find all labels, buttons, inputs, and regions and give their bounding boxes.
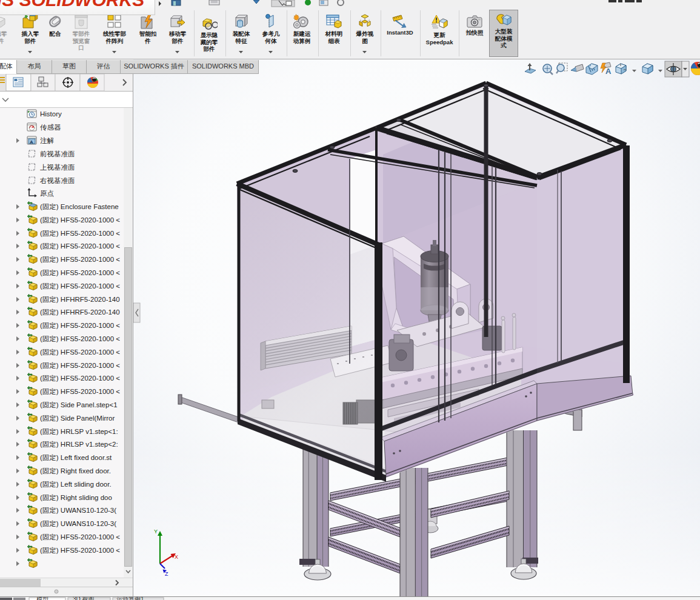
svg-text:Z: Z — [165, 571, 168, 577]
svg-text:运动算例1: 运动算例1 — [116, 597, 144, 600]
svg-text:3D 视图: 3D 视图 — [73, 597, 95, 600]
svg-text:Y: Y — [154, 528, 158, 535]
svg-text:A: A — [30, 139, 33, 145]
svg-text:X: X — [175, 554, 178, 560]
svg-text:模型: 模型 — [36, 597, 48, 600]
